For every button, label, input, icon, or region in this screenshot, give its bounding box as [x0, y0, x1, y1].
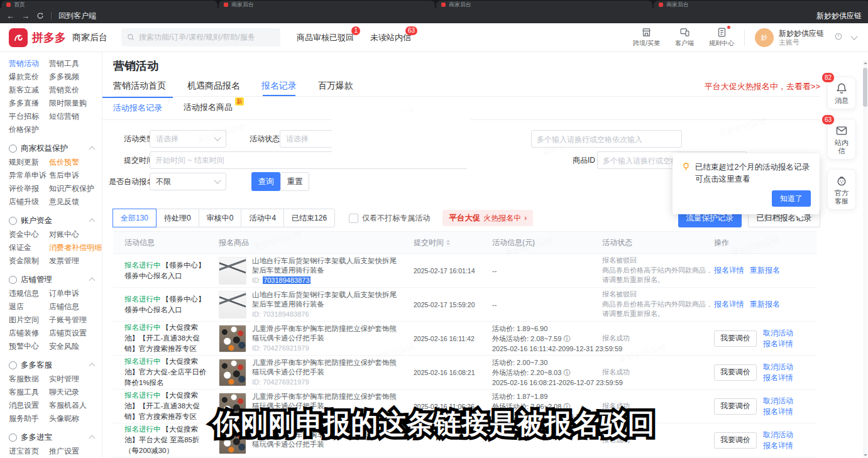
subtab[interactable]: 活动报名商品 新 [173, 97, 243, 119]
reset-button[interactable]: 重置 [280, 172, 309, 191]
sidebar-item[interactable]: 推广设置 [49, 446, 79, 457]
account-menu[interactable]: 妙 新妙妙供应链 主账号 [755, 28, 859, 47]
sidebar-item[interactable]: 知识产权保护 [49, 183, 94, 194]
query-button[interactable]: 查询 [251, 172, 280, 191]
sidebar-item[interactable]: 短信营销 [49, 111, 79, 122]
operation-link[interactable]: 报名详情 [763, 441, 793, 450]
sidebar-item[interactable]: 店铺信息 [49, 302, 79, 312]
sidebar-item[interactable]: 头像昵称 [49, 413, 79, 424]
sidebar-item[interactable]: 营销工具 [49, 58, 79, 69]
sidebar-item[interactable]: 安全风险 [49, 341, 79, 352]
sidebar-item[interactable]: 发票管理 [49, 256, 79, 266]
sidebar-item[interactable]: 消费者补偿明细 [49, 243, 102, 253]
sidebar-item[interactable]: 客服机器人 [49, 400, 87, 411]
sidebar-item[interactable]: 预警中心 [9, 341, 49, 352]
sidebar-item[interactable]: 实时管理 [49, 374, 79, 384]
chevron-down-icon[interactable] [850, 33, 857, 40]
tab[interactable]: 百万爆款 [318, 77, 353, 96]
sidebar-item[interactable]: 爆款竞价 [9, 72, 49, 82]
scroll-down-icon[interactable] [864, 454, 867, 456]
sidebar-item[interactable]: 限时限量购 [49, 98, 87, 109]
activity-multi-input[interactable] [531, 130, 682, 148]
browser-tab[interactable]: 首页 [1, 1, 217, 8]
switch-account-icon[interactable] [834, 32, 843, 43]
promo-link[interactable]: 平台大促火热报名中，去看看>> [705, 81, 820, 92]
sidebar-item[interactable]: 异常单申诉 [9, 170, 49, 181]
page-scrollbar[interactable] [863, 60, 867, 458]
auto-signup-select[interactable]: 不限 [150, 173, 226, 190]
rules-center-button[interactable]: 规则中心 [709, 27, 734, 48]
sidebar-item[interactable]: 图片空间 [9, 315, 49, 325]
sidebar-item[interactable]: 消息设置 [9, 400, 49, 411]
refresh-icon[interactable] [36, 12, 44, 19]
browser-tab[interactable]: 商家后台 [436, 1, 652, 8]
tab[interactable]: 机遇商品报名 [187, 77, 240, 96]
sidebar-item[interactable]: 服务助手 [9, 413, 49, 424]
operation-link[interactable]: 取消活动 [763, 329, 793, 337]
cross-border-button[interactable]: 跨境/买菜 [633, 27, 660, 48]
sidebar-item[interactable]: 违规信息 [9, 288, 49, 299]
quick-link-unread-mail[interactable]: 未读站内信 63 [370, 32, 411, 43]
operation-link[interactable]: 重新报名 [750, 300, 780, 308]
exclusive-activity-checkbox[interactable] [349, 214, 358, 223]
scrollbar-thumb[interactable] [863, 68, 867, 107]
sidebar-item[interactable]: 对账中心 [49, 229, 79, 240]
operation-link[interactable]: 报名详情 [763, 339, 793, 348]
sidebar-item[interactable]: 客服工具 [9, 387, 49, 398]
sidebar-group-header[interactable]: 多多进宝 [9, 430, 102, 445]
sidebar-group-header[interactable]: 账户资金 [9, 213, 102, 228]
messages-widget[interactable]: 82 消息 [827, 77, 856, 109]
scroll-up-icon[interactable] [864, 62, 867, 64]
forward-icon[interactable]: → [21, 12, 30, 20]
sidebar-item[interactable]: 售后申诉 [49, 170, 79, 181]
big-promo-tag[interactable]: 平台大促 火热报名中 › [442, 210, 533, 226]
site-mail-widget[interactable]: 63 站内信 [827, 119, 856, 160]
sidebar-item[interactable]: 营销活动 [9, 58, 49, 69]
got-it-button[interactable]: 知道了 [772, 190, 811, 207]
operation-link[interactable]: 报名详情 [763, 373, 793, 382]
client-app-button[interactable]: 客户端 [675, 27, 694, 48]
subtab[interactable]: 活动报名记录 [102, 97, 173, 119]
sidebar-item[interactable]: 意见反馈 [49, 197, 79, 207]
sidebar-item[interactable]: 保证金 [9, 243, 49, 253]
sidebar-item[interactable]: 平台招标 [9, 111, 49, 122]
status-chip[interactable]: 活动中4 [241, 209, 284, 227]
sidebar-item[interactable]: 店铺装修 [9, 328, 49, 339]
sidebar-item[interactable]: 店铺页设置 [49, 328, 87, 339]
sidebar-group-header[interactable]: 店铺管理 [9, 272, 102, 287]
tab[interactable]: 营销活动首页 [113, 77, 166, 96]
operation-link[interactable]: 取消活动 [763, 363, 793, 371]
status-chip[interactable]: 已结束126 [283, 209, 335, 227]
sidebar-item[interactable]: 评价举报 [9, 183, 49, 194]
official-service-widget[interactable]: 官方客服 [827, 169, 856, 210]
adjust-price-button[interactable]: 我要调价 [714, 330, 757, 347]
sidebar-item[interactable]: 新客立减 [9, 85, 49, 95]
sidebar-item[interactable]: 店铺升级 [9, 197, 49, 207]
sidebar-group-header[interactable]: 多多客服 [9, 357, 102, 373]
adjust-price-button[interactable]: 我要调价 [714, 398, 757, 415]
global-search-input[interactable]: 搜索功能/订单/课程/规则/帮助/服务 [121, 28, 280, 46]
tab[interactable]: 报名记录 [261, 77, 297, 96]
sidebar-item[interactable]: 聊天记录 [49, 387, 79, 398]
sidebar-group-header[interactable]: 商家权益保护 [9, 141, 102, 156]
sidebar-item[interactable]: 价格保护 [9, 124, 49, 135]
quick-link-audit-rejected[interactable]: 商品审核已驳回 1 [297, 32, 354, 43]
pinduoduo-logo-icon[interactable] [9, 28, 28, 47]
back-to-client-link[interactable]: 回到客户端 [58, 11, 96, 21]
sort-icon[interactable] [446, 240, 450, 245]
operation-link[interactable]: 报名详情 [714, 300, 744, 308]
back-icon[interactable]: ← [6, 12, 14, 20]
operation-link[interactable]: 取消活动 [763, 396, 793, 405]
operation-link[interactable]: 报名详情 [714, 266, 744, 275]
adjust-price-button[interactable]: 我要调价 [714, 432, 757, 449]
status-chip[interactable]: 审核中0 [199, 209, 242, 227]
sidebar-item[interactable]: 退店 [9, 302, 49, 312]
sidebar-item[interactable]: 订单申诉 [49, 288, 79, 299]
sidebar-item[interactable]: 进宝首页 [9, 446, 49, 457]
operation-link[interactable]: 报名详情 [763, 407, 793, 416]
sidebar-item[interactable]: 营销竞价 [49, 85, 79, 95]
sidebar-item[interactable]: 资金中心 [9, 229, 49, 240]
sidebar-item[interactable]: 子账号管理 [49, 315, 87, 325]
browser-tab[interactable]: 商家后台 [219, 1, 435, 8]
browser-tab[interactable]: 商家后台 [654, 1, 868, 8]
